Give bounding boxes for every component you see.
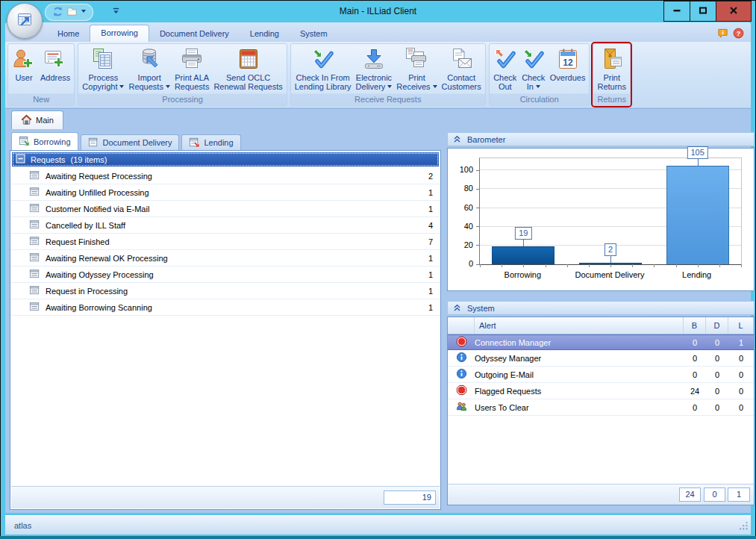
ribbon-tab-borrowing[interactable]: Borrowing <box>90 25 149 42</box>
minimize-button[interactable] <box>663 1 690 22</box>
ribbon-tab-home[interactable]: Home <box>47 26 90 42</box>
ribbon-button-check-in-from-lending-library[interactable]: Check In FromLending Library <box>293 45 354 93</box>
overdues-icon: 12 <box>556 47 580 71</box>
send-oclc-icon <box>237 47 260 71</box>
request-row-request-in-processing[interactable]: Request in Processing1 <box>10 283 440 299</box>
y-axis-label: 0 <box>448 259 473 268</box>
requests-group-label: Requests <box>31 155 65 164</box>
print-ala-icon <box>180 47 204 71</box>
request-row-label: Awaiting Renewal OK Processing <box>46 254 423 263</box>
column-alert[interactable]: Alert <box>475 317 684 334</box>
ribbon-button-label: CheckOut <box>493 73 516 91</box>
ribbon-button-print-receives[interactable]: PrintReceives <box>394 45 439 93</box>
request-row-awaiting-borrowing-scanning[interactable]: Awaiting Borrowing Scanning1 <box>10 299 440 316</box>
ribbon-tab-document-delivery[interactable]: Document Delivery <box>149 26 240 42</box>
system-row-outgoing-e-mail[interactable]: Outgoing E-Mail000 <box>448 367 754 383</box>
request-row-cancelled-by-ill-staff[interactable]: Cancelled by ILL Staff4 <box>10 217 440 234</box>
ribbon-button-label: PrintReturns <box>597 73 626 91</box>
collapse-minus-icon[interactable] <box>16 154 25 165</box>
left-tab-document-delivery[interactable]: Document Delivery <box>81 134 180 150</box>
system-total-d: 0 <box>704 487 725 502</box>
request-row-awaiting-odyssey-processing[interactable]: Awaiting Odyssey Processing1 <box>10 267 440 283</box>
barometer-header[interactable]: Barometer <box>447 132 755 146</box>
ribbon-button-contact-customers[interactable]: ContactCustomers <box>440 45 484 93</box>
ribbon-button-check-in[interactable]: CheckIn <box>519 45 548 93</box>
request-row-label: Request in Processing <box>46 287 423 296</box>
system-row-connection-manager[interactable]: Connection Manager001 <box>448 334 754 350</box>
x-axis-label-borrowing: Borrowing <box>504 270 542 279</box>
request-row-icon <box>29 301 40 314</box>
y-tick <box>476 264 479 265</box>
left-tab-label: Borrowing <box>34 137 71 146</box>
request-row-label: Request Finished <box>46 237 423 246</box>
ribbon-button-electronic-delivery[interactable]: ElectronicDelivery <box>354 45 395 93</box>
requests-footer: 19 <box>11 486 440 508</box>
system-row-label: Odyssey Manager <box>475 354 684 363</box>
column-l[interactable]: L <box>728 317 754 334</box>
request-row-awaiting-unfilled-processing[interactable]: Awaiting Unfilled Processing1 <box>10 184 440 201</box>
system-row-flagged-requests[interactable]: Flagged Requests2400 <box>448 383 754 399</box>
main-tab[interactable]: Main <box>11 110 63 129</box>
system-row-d: 0 <box>706 387 728 396</box>
request-row-awaiting-renewal-ok-processing[interactable]: Awaiting Renewal OK Processing1 <box>10 250 440 267</box>
refresh-button[interactable] <box>52 6 63 19</box>
x-tick <box>546 264 546 267</box>
ribbon-button-check-out[interactable]: CheckOut <box>491 45 519 93</box>
request-row-count: 4 <box>428 221 433 230</box>
ribbon-button-label: Send OCLCRenewal Requests <box>213 73 282 91</box>
stop-icon <box>456 384 467 397</box>
ribbon-tab-lending[interactable]: Lending <box>240 26 290 42</box>
ribbon-button-process-copyright[interactable]: ProcessCopyright <box>80 45 126 93</box>
ribbon-group-label-returns: Returns <box>593 93 630 105</box>
collapse-chevron-icon[interactable] <box>452 302 462 314</box>
x-tick <box>741 264 742 267</box>
check-in-lending-icon <box>311 47 335 71</box>
system-title: System <box>467 304 495 313</box>
close-button[interactable] <box>716 1 752 22</box>
system-row-users-to-clear[interactable]: Users To Clear000 <box>448 399 754 416</box>
request-row-count: 7 <box>428 237 433 246</box>
collapse-chevron-icon[interactable] <box>452 134 462 145</box>
stop-icon <box>456 336 467 349</box>
application-menu-button[interactable] <box>7 3 43 39</box>
ribbon-button-address[interactable]: Address <box>38 45 72 84</box>
main-tab-label: Main <box>36 116 54 125</box>
left-tab-lending[interactable]: Lending <box>181 134 240 150</box>
ribbon-button-send-oclc-renewal-requests[interactable]: Send OCLCRenewal Requests <box>211 45 284 93</box>
contact-customers-icon <box>449 47 473 71</box>
ribbon-button-print-ala-requests[interactable]: Print ALARequests <box>172 45 211 93</box>
chart-plot-area: 192105 <box>479 158 742 265</box>
ribbon-button-import-requests[interactable]: ImportRequests <box>126 45 172 93</box>
requests-footer-total: 19 <box>384 490 436 505</box>
help-icon[interactable]: ? <box>733 28 745 40</box>
status-bar: atlas <box>5 515 751 535</box>
maximize-button[interactable] <box>690 1 716 22</box>
left-panel: BorrowingDocument DeliveryLending Reques… <box>10 132 441 510</box>
print-returns-icon <box>600 47 624 71</box>
ribbon-tab-system[interactable]: System <box>290 26 338 42</box>
system-table-header: Alert B D L <box>448 317 754 334</box>
request-row-customer-notified-via-e-mail[interactable]: Customer Notified via E-Mail1 <box>10 201 440 217</box>
left-tab-borrowing[interactable]: Borrowing <box>11 132 78 150</box>
column-b[interactable]: B <box>684 317 706 334</box>
new-record-button[interactable] <box>66 6 86 19</box>
system-row-d: 0 <box>706 403 728 412</box>
ribbon-button-print-returns[interactable]: PrintReturns <box>595 45 628 93</box>
ribbon-button-user[interactable]: User <box>10 45 38 84</box>
requests-group-header[interactable]: Requests (19 items) <box>12 152 439 166</box>
request-row-awaiting-request-processing[interactable]: Awaiting Request Processing2 <box>10 168 440 184</box>
system-row-l: 0 <box>728 354 754 363</box>
system-header[interactable]: System <box>447 301 755 315</box>
dropdown-arrow-icon <box>81 10 86 15</box>
customize-quick-access-button[interactable] <box>110 5 121 17</box>
resize-grip[interactable] <box>738 520 749 532</box>
ribbon-button-overdues[interactable]: 12Overdues <box>548 45 588 84</box>
users-icon <box>456 401 467 414</box>
column-d[interactable]: D <box>706 317 728 334</box>
y-tick <box>476 226 479 227</box>
system-row-odyssey-manager[interactable]: Odyssey Manager000 <box>448 350 754 367</box>
tip-icon[interactable] <box>717 28 729 40</box>
x-tick <box>589 264 590 267</box>
data-label-connector <box>610 256 611 263</box>
request-row-request-finished[interactable]: Request Finished7 <box>10 234 440 250</box>
